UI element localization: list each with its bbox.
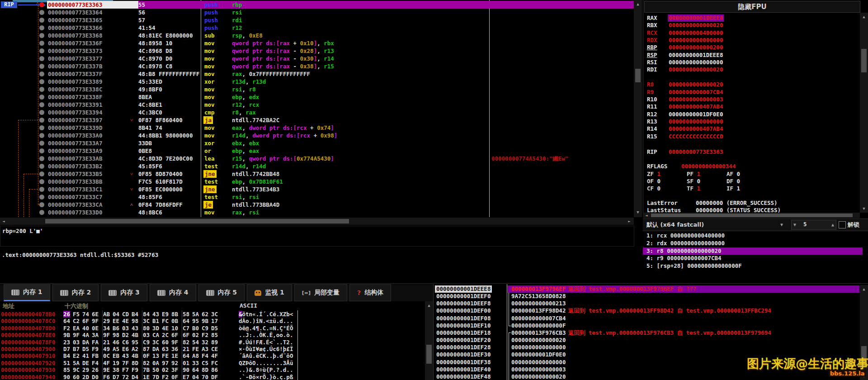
dump-byte[interactable]: D0 [92, 374, 99, 380]
dump-byte[interactable]: 9C [73, 366, 80, 373]
dump-byte[interactable]: DA [82, 339, 89, 346]
dump-byte[interactable]: 6F [171, 332, 178, 338]
dump-byte[interactable]: C7 [183, 325, 189, 332]
registers-hscrollbar[interactable]: ◄ [643, 213, 860, 218]
disasm-row[interactable]: 00000000773E33A90BE8orebp, eax [0, 147, 634, 155]
dump-byte[interactable]: 5A [73, 360, 80, 366]
dump-byte[interactable]: 64 [183, 352, 189, 359]
dump-byte[interactable]: 29 [103, 318, 110, 324]
register-row[interactable]: R130000000000000000 [643, 118, 859, 125]
fastcall-arg-row[interactable]: 3: r8 0000000000000020 [643, 247, 863, 255]
dump-byte[interactable]: 0A [152, 360, 159, 366]
stack-row[interactable]: 00000000001DEF280000000000000000 [434, 344, 868, 351]
dump-byte[interactable]: 43 [152, 311, 159, 318]
dump-byte[interactable]: 7F [122, 360, 129, 366]
breakpoint-dot[interactable] [39, 202, 44, 207]
dump-byte[interactable]: F2 [202, 332, 208, 338]
breakpoint-dot[interactable] [39, 133, 44, 138]
dump-byte[interactable]: 4F [211, 352, 218, 359]
dump-byte[interactable]: FC [162, 318, 169, 324]
register-value[interactable]: 0000000000000344 [681, 163, 736, 170]
dump-byte[interactable]: 64 [192, 366, 199, 373]
dump-byte[interactable]: 98 [132, 318, 138, 324]
fastcall-arg-row[interactable]: 1: rcx 0000000000400000 [643, 232, 863, 240]
disasm-row[interactable]: 00000000773E33A044:8BB1 98000000movr14d,… [0, 132, 634, 139]
dump-byte[interactable]: B0 [192, 325, 199, 332]
dump-byte[interactable]: 6F [183, 332, 189, 338]
stepper-down-icon[interactable]: ▼ [793, 222, 796, 227]
dump-byte[interactable]: 0F [143, 352, 150, 359]
dump-byte[interactable]: F6 [103, 374, 110, 380]
dump-byte[interactable]: D4 [132, 374, 138, 380]
scroll-right-arrow[interactable]: ► [626, 218, 633, 224]
scroll-up-arrow[interactable]: ▲ [634, 1, 642, 7]
dump-byte[interactable]: 98 [113, 332, 119, 338]
scroll-left-arrow[interactable]: ◄ [643, 213, 650, 218]
scroll-left-arrow[interactable]: ◄ [0, 218, 7, 224]
disasm-row[interactable]: 00000000773E336557pushrdi [0, 16, 634, 24]
flags-row[interactable]: OF 0SF 0DF 0 [643, 178, 863, 185]
stack-value[interactable]: 000000013F976CB3 [511, 329, 566, 337]
breakpoint-dot[interactable] [39, 164, 44, 169]
stack-row[interactable]: 00000000001DEEF09A72C513658D0828 [434, 293, 868, 300]
disasm-vscrollbar[interactable]: ▲ ▼ [634, 0, 642, 217]
dump-byte[interactable]: 90 [63, 374, 70, 380]
dump-byte[interactable]: C9 [143, 339, 150, 346]
dump-row[interactable]: 000000000040794090602DD0F6D772D41E7DF20F… [0, 374, 433, 380]
stack-value[interactable]: 0000000000000020 [511, 373, 566, 380]
flag[interactable]: ZF 1 [647, 171, 687, 178]
dump-byte[interactable]: 13 [152, 352, 159, 359]
disasm-row[interactable]: 00000000773E33AB4C:8D3D 7E200C00lear15, … [0, 155, 634, 162]
scroll-thumb[interactable] [426, 345, 432, 364]
dump-byte[interactable]: 9F [73, 332, 80, 338]
dump-byte[interactable]: FA [92, 339, 99, 346]
dump-byte[interactable]: D5 [82, 346, 89, 352]
register-row[interactable]: R110000000000407AB4 [643, 103, 859, 110]
dump-byte[interactable]: EA [73, 325, 80, 332]
dump-byte[interactable]: 8D [202, 366, 208, 373]
register-row[interactable]: R100000000000000003 [643, 96, 859, 103]
register-value[interactable]: 0000000000400000 [669, 29, 723, 37]
tab-内存 3[interactable]: 内存 3 [101, 284, 147, 301]
disasm-row[interactable]: 00000000773E33914C:8BE1movr12, rcx [0, 101, 634, 109]
scroll-down-arrow[interactable]: ▼ [634, 209, 642, 215]
dump-byte[interactable]: CE [211, 346, 218, 352]
register-row[interactable]: R15CCCCCCCCCCCCCCCD [643, 133, 859, 140]
register-value[interactable]: CCCCCCCCCCCCCCCD [669, 133, 723, 140]
dump-byte[interactable]: 36 [171, 346, 178, 352]
dump-byte[interactable]: B4 [132, 311, 138, 318]
dump-byte[interactable]: 82 [183, 339, 189, 346]
disasm-row[interactable]: 00000000773E336456pushrsi [0, 9, 634, 16]
dump-byte[interactable]: 84 [143, 311, 150, 318]
dump-byte[interactable]: 9F [103, 332, 110, 338]
dump-byte[interactable]: 3F [171, 366, 178, 373]
dump-byte[interactable]: 95 [192, 318, 199, 324]
breakpoint-dot[interactable] [39, 148, 44, 153]
dump-row[interactable]: 00000000004078F02303DAFA2146C695C93C609F… [0, 339, 433, 346]
dump-byte[interactable]: 62 [202, 311, 208, 318]
dump-byte[interactable]: 04 [113, 311, 119, 318]
stack-value[interactable]: 0000000000000000 [511, 344, 566, 351]
register-value[interactable]: 0000000000000020 [669, 81, 723, 88]
dump-byte[interactable]: 02 [162, 366, 169, 373]
stack-row[interactable]: 00000000001DEF10000000000000000F [434, 322, 868, 329]
stack-value[interactable]: 0000000000000003 [511, 366, 566, 373]
dump-row[interactable]: 00000000004078C064C26F9F29EE4E983CB1FC0B… [0, 318, 433, 324]
dump-byte[interactable]: A5 [113, 346, 119, 352]
breakpoint-dot[interactable] [39, 187, 44, 192]
breakpoint-dot[interactable] [39, 179, 44, 184]
tab-内存 4[interactable]: 内存 4 [150, 284, 196, 301]
dump-row[interactable]: 00000000004078E09B9F4A3A9F98D24B03CA2C6F… [0, 332, 433, 338]
register-value[interactable]: 00000000773E3363 [669, 148, 723, 156]
dump-byte[interactable]: 4E [162, 325, 169, 332]
dump-byte[interactable]: 0E [92, 325, 99, 332]
dump-row[interactable]: 0000000000407900D7B7D5F949A5E6A287DA6336… [0, 346, 433, 352]
dump-byte[interactable]: 3C [211, 311, 218, 318]
dump-byte[interactable]: 04 [192, 374, 199, 380]
dump-byte[interactable]: 58 [183, 311, 189, 318]
stack-value[interactable]: 0000000000000000 [511, 359, 566, 366]
register-row[interactable]: R90000000000007CB4 [643, 89, 859, 96]
dump-byte[interactable]: F9 [132, 366, 138, 373]
dump-row[interactable]: 0000000000407930859C29269E38F7F97B50023F… [0, 366, 433, 373]
dump-vscrollbar[interactable]: ▲ [425, 301, 433, 380]
